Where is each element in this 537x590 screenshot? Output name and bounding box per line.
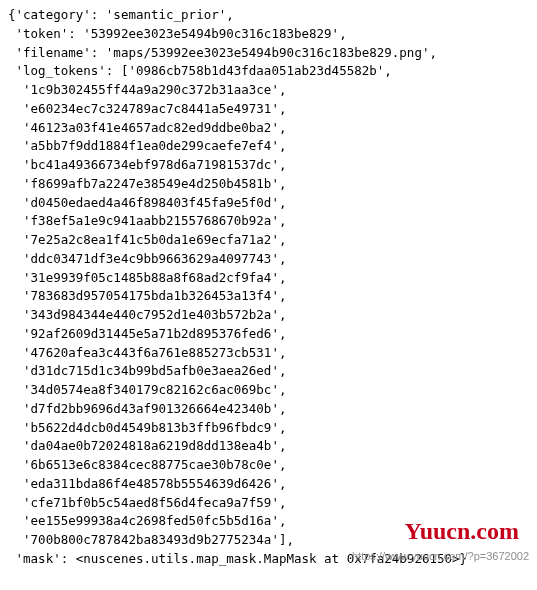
log-token-line: 'd31dc715d1c34b99bd5afb0e3aea26ed', (8, 362, 529, 381)
log-token-line: 'da04ae0b72024818a6219d8dd138ea4b', (8, 437, 529, 456)
log-token-line: 'a5bb7f9dd1884f1ea0de299caefe7ef4', (8, 137, 529, 156)
log-token-line-last: '700b800c787842ba83493d9b2775234a'], (8, 531, 529, 550)
mask-line: 'mask': <nuscenes.utils.map_mask.MapMask… (8, 550, 529, 569)
log-token-line: 'eda311bda86f4e48578b5554639d6426', (8, 475, 529, 494)
log-token-line: '783683d957054175bda1b326453a13f4', (8, 287, 529, 306)
log-token-line: '1c9b302455ff44a9a290c372b31aa3ce', (8, 81, 529, 100)
log-token-line: 'bc41a49366734ebf978d6a71981537dc', (8, 156, 529, 175)
log-token-line: 'f38ef5a1e9c941aabb2155768670b92a', (8, 212, 529, 231)
log-token-line: 'ee155e99938a4c2698fed50fc5b5d16a', (8, 512, 529, 531)
log-token-line: 'f8699afb7a2247e38549e4d250b4581b', (8, 175, 529, 194)
log-token-line: '343d984344e440c7952d1e403b572b2a', (8, 306, 529, 325)
log-token-line: 'ddc03471df3e4c9bb9663629a4097743', (8, 250, 529, 269)
log-token-line: 'cfe71bf0b5c54aed8f56d4feca9a7f59', (8, 494, 529, 513)
log-token-line: '6b6513e6c8384cec88775cae30b78c0e', (8, 456, 529, 475)
log-tokens-intro: 'log_tokens': ['0986cb758b1d43fdaa051ab2… (8, 62, 529, 81)
log-token-line: '31e9939f05c1485b88a8f68ad2cf9fa4', (8, 269, 529, 288)
log-token-line: '34d0574ea8f340179c82162c6ac069bc', (8, 381, 529, 400)
log-token-line: 'e60234ec7c324789ac7c8441a5e49731', (8, 100, 529, 119)
log-tokens-list: '1c9b302455ff44a9a290c372b31aa3ce', 'e60… (8, 81, 529, 550)
token-line: 'token': '53992ee3023e5494b90c316c183be8… (8, 25, 529, 44)
category-line: {'category': 'semantic_prior', (8, 6, 529, 25)
log-token-line: '46123a03f41e4657adc82ed9ddbe0ba2', (8, 119, 529, 138)
log-token-line: 'd7fd2bb9696d43af901326664e42340b', (8, 400, 529, 419)
log-token-line: '7e25a2c8ea1f41c5b0da1e69ecfa71a2', (8, 231, 529, 250)
filename-line: 'filename': 'maps/53992ee3023e5494b90c31… (8, 44, 529, 63)
log-token-line: '92af2609d31445e5a71b2d895376fed6', (8, 325, 529, 344)
log-token-line: 'd0450edaed4a46f898403f45fa9e5f0d', (8, 194, 529, 213)
log-token-line: '47620afea3c443f6a761e885273cb531', (8, 344, 529, 363)
log-token-line: 'b5622d4dcb0d4549b813b3ffb96fbdc9', (8, 419, 529, 438)
